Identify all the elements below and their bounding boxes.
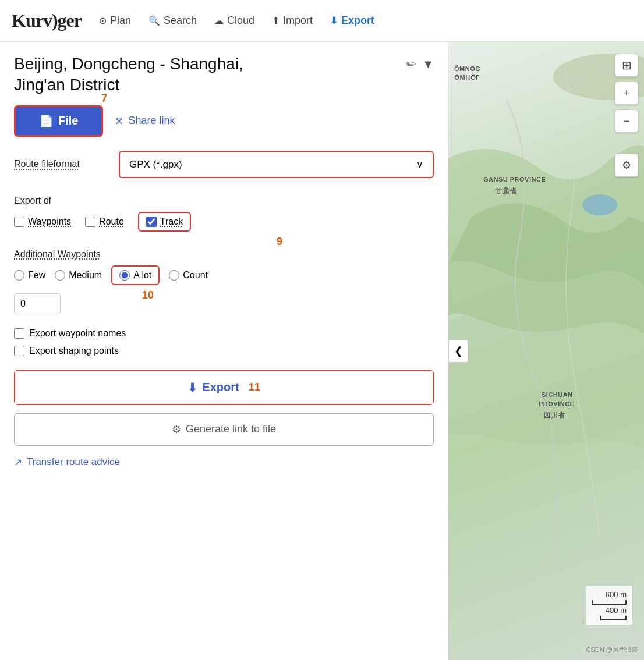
map-watermark: CSDN @风华浪漫	[586, 645, 638, 654]
format-row: Route fileformat GPX (*.gpx) KML (*.kml)…	[14, 151, 434, 178]
scale-bar: 600 m 400 m	[586, 586, 632, 625]
share-link-label: Share link	[128, 115, 175, 127]
cloud-icon: ☁	[214, 15, 224, 26]
svg-point-1	[582, 194, 617, 215]
route-title: Beijing, Dongcheng - Shanghai, Jing'an D…	[14, 54, 243, 96]
route-checkbox[interactable]	[85, 217, 95, 227]
map-label-omnogovi: ÖMNÖG	[454, 65, 480, 72]
scale-line: 600 m 400 m	[592, 590, 627, 620]
dropdown-button[interactable]: ▼	[422, 57, 434, 71]
nav-plan[interactable]: ⊙ Plan	[99, 15, 131, 27]
map-label-sichuan-cn: 四川省	[543, 411, 565, 421]
count-label: Count	[183, 270, 208, 281]
waypoints-checkbox[interactable]	[14, 217, 24, 227]
step-10: 10	[142, 289, 154, 301]
settings-button[interactable]: ⚙	[615, 154, 638, 177]
edit-button[interactable]: ✏	[406, 57, 416, 71]
waypoint-names-checkbox[interactable]	[14, 328, 24, 339]
waypoints-checkbox-item: Waypoints	[14, 217, 71, 227]
a-lot-radio[interactable]	[119, 270, 130, 281]
file-tab-button[interactable]: 📄 File	[14, 105, 103, 137]
export-of-section: Export of Waypoints Route Track 9	[14, 196, 434, 232]
link-icon: ⚙	[172, 423, 181, 436]
track-label: Track	[160, 217, 183, 227]
scale-600: 600 m	[606, 590, 627, 599]
zoom-out-button[interactable]: −	[615, 109, 638, 133]
track-checkbox-item: Track	[146, 217, 183, 227]
checkboxes-row: Waypoints Route Track 9	[14, 212, 434, 232]
map-label-sichuan2: PROVINCE	[539, 400, 574, 407]
zoom-in-button[interactable]: +	[615, 81, 638, 105]
share-icon: ⤧	[115, 115, 123, 127]
waypoints-label: Waypoints	[28, 217, 71, 227]
route-label: Route	[99, 217, 124, 227]
export-button-label: Export	[202, 381, 239, 394]
scale-ruler-400	[600, 616, 627, 620]
shaping-points-checkbox[interactable]	[14, 346, 24, 356]
nav-search[interactable]: 🔍 Search	[148, 15, 197, 27]
export-button-wrapper: ⬇ Export 11	[14, 370, 434, 405]
additional-waypoints-section: Additional Waypoints Few Medium A lot 10	[14, 249, 434, 314]
a-lot-radio-item: A lot	[119, 270, 151, 281]
transfer-route-label: Transfer route advice	[27, 456, 120, 468]
a-lot-box: A lot 10	[111, 265, 160, 285]
nav-plan-label: Plan	[110, 15, 131, 27]
main-nav: ⊙ Plan 🔍 Search ☁ Cloud ⬆ Import ⬇ Expor…	[99, 15, 632, 27]
layers-button[interactable]: ⊞	[615, 54, 638, 77]
medium-label: Medium	[69, 270, 102, 281]
map-label-gansu-cn: 甘肃省	[495, 186, 517, 196]
format-select[interactable]: GPX (*.gpx) KML (*.kml) CSV (*.csv) GeoJ…	[120, 152, 433, 177]
plan-icon: ⊙	[99, 15, 107, 26]
scale-ruler-600	[592, 600, 627, 605]
share-link-button[interactable]: ⤧ Share link	[115, 115, 175, 127]
map-background: ÖMNÖG ӨМНӨГ GANSU PROVINCE 甘肃省 SICHUAN P…	[448, 42, 644, 660]
main-layout: Beijing, Dongcheng - Shanghai, Jing'an D…	[0, 42, 644, 660]
route-title-line2: Jing'an District	[14, 74, 243, 95]
back-icon: ❮	[454, 345, 463, 357]
export-icon: ⬇	[330, 15, 338, 26]
transfer-route-link[interactable]: ↗ Transfer route advice	[14, 456, 434, 469]
export-button[interactable]: ⬇ Export 11	[15, 371, 433, 404]
nav-export[interactable]: ⬇ Export	[330, 15, 374, 27]
map-controls: ⊞ + − ⚙	[615, 54, 638, 177]
map-label-sichuan: SICHUAN	[542, 391, 573, 398]
map-panel: ÖMNÖG ӨМНӨГ GANSU PROVINCE 甘肃省 SICHUAN P…	[448, 42, 644, 660]
search-icon: 🔍	[148, 15, 160, 26]
route-title-row: Beijing, Dongcheng - Shanghai, Jing'an D…	[14, 54, 434, 96]
format-select-wrapper: GPX (*.gpx) KML (*.kml) CSV (*.csv) GeoJ…	[119, 151, 434, 178]
waypoint-names-label: Export waypoint names	[29, 328, 126, 339]
title-actions: ✏ ▼	[406, 57, 434, 71]
generate-link-label: Generate link to file	[186, 423, 276, 435]
few-label: Few	[28, 270, 45, 281]
count-value-input[interactable]	[14, 293, 61, 314]
step-11: 11	[249, 381, 260, 393]
import-icon: ⬆	[272, 15, 279, 26]
track-checkbox[interactable]	[146, 217, 157, 227]
scale-400: 400 m	[606, 606, 627, 615]
header: Kurv)ger ⊙ Plan 🔍 Search ☁ Cloud ⬆ Impor…	[0, 0, 644, 42]
waypoint-names-item: Export waypoint names	[14, 328, 434, 339]
export-of-label: Export of	[14, 196, 434, 206]
nav-search-label: Search	[164, 15, 197, 27]
map-label-omnogovi2: ӨМНӨГ	[454, 74, 480, 81]
step-7: 7	[101, 93, 107, 105]
file-tab-label: File	[58, 114, 78, 127]
map-back-button[interactable]: ❮	[448, 339, 468, 363]
logo: Kurv)ger	[12, 10, 82, 31]
nav-cloud-label: Cloud	[227, 15, 254, 27]
extra-checkboxes: Export waypoint names Export shaping poi…	[14, 328, 434, 356]
track-box: Track 9	[138, 212, 191, 232]
step-9: 9	[277, 236, 282, 248]
nav-import[interactable]: ⬆ Import	[272, 15, 313, 27]
additional-waypoints-label: Additional Waypoints	[14, 249, 101, 260]
generate-link-button[interactable]: ⚙ Generate link to file	[14, 413, 434, 446]
medium-radio[interactable]	[55, 270, 65, 281]
nav-export-label: Export	[341, 15, 374, 27]
shaping-points-item: Export shaping points	[14, 346, 434, 356]
few-radio[interactable]	[14, 270, 24, 281]
nav-import-label: Import	[283, 15, 313, 27]
left-panel: Beijing, Dongcheng - Shanghai, Jing'an D…	[0, 42, 448, 660]
count-radio[interactable]	[169, 270, 179, 281]
nav-cloud[interactable]: ☁ Cloud	[214, 15, 254, 27]
medium-radio-item: Medium	[55, 270, 102, 281]
